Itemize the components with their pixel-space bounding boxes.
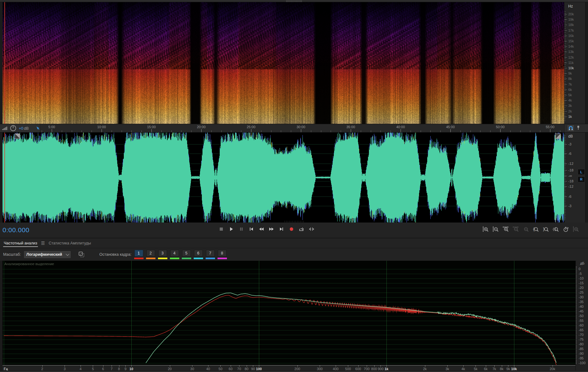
zoom-in-at-in-point-button[interactable]: { (531, 225, 540, 233)
zoom-in-time-button[interactable] (501, 225, 510, 233)
gain-value[interactable]: +0 (19, 126, 23, 131)
frequency-analysis-chart: Анализированное выделение Гц 23456789102… (0, 261, 588, 372)
ruler-tick (112, 130, 112, 132)
reset-amplitude-zoom-button[interactable] (571, 225, 580, 233)
view-split-grabber-left[interactable] (15, 134, 20, 139)
pause-button[interactable] (237, 225, 245, 233)
x-axis-tick (208, 365, 208, 367)
frequency-scale[interactable]: Hz 20k19k18k17k16k15k14k13k12k11k10k9k8k… (564, 2, 588, 124)
freq-scale-label: 6k (568, 88, 572, 92)
playhead-line[interactable] (4, 133, 5, 223)
zoom-out-time-button[interactable] (511, 225, 520, 233)
fast-forward-button[interactable] (267, 225, 276, 233)
amplitude-scale-label: -3 (568, 204, 571, 208)
view-split-grabber-right[interactable] (555, 134, 561, 139)
auto-scroll-pin-icon[interactable] (35, 125, 41, 131)
spectrogram-display[interactable] (3, 2, 564, 124)
y-axis-label: -30 (579, 295, 584, 299)
record-button[interactable] (287, 225, 296, 233)
ruler-tick (62, 130, 62, 132)
frequency-scale-unit: Hz (568, 4, 573, 8)
timeline-left-controls: +0dB (0, 124, 40, 132)
x-axis-tick (514, 365, 514, 367)
waveform-scrollbar[interactable] (585, 133, 588, 223)
chart-plot-area[interactable]: Анализированное выделение (3, 261, 575, 365)
panel-menu-icon[interactable]: ☰ (41, 241, 45, 246)
ruler-pin-icon[interactable] (576, 125, 580, 131)
zoom-in-at-out-point-button[interactable]: } (541, 225, 550, 233)
ruler-time-label: 55:00 (546, 125, 554, 129)
ruler-tick (231, 130, 231, 132)
ruler-tick (201, 129, 202, 132)
x-axis-tick (386, 365, 387, 367)
ruler-tick (440, 130, 441, 132)
channel-toggle-r[interactable]: R (578, 176, 585, 182)
ruler-tick (72, 130, 72, 132)
svg-text:{: { (533, 227, 535, 232)
frame-hold-button-6[interactable]: 6 (194, 250, 203, 259)
snap-toggle[interactable] (567, 125, 575, 132)
chart-canvas[interactable] (3, 261, 575, 365)
x-axis-tick (425, 365, 425, 367)
panel-divider-dots-icon[interactable] (284, 221, 304, 222)
stop-button[interactable] (217, 225, 225, 233)
magnet-icon (568, 126, 574, 131)
frame-hold-button-3[interactable]: 3 (158, 250, 167, 259)
tab-frequency-analysis[interactable]: Частотный анализ (3, 239, 38, 247)
x-axis-tick (358, 365, 359, 367)
zoom-out-full-button[interactable] (521, 225, 530, 233)
frame-hold-button-1[interactable]: 1 (134, 250, 144, 259)
tab-amplitude-statistics[interactable]: Статистика Амплитуды (48, 239, 92, 247)
scale-dropdown[interactable]: Логарифмический (24, 251, 71, 259)
zoom-to-playhead-button[interactable] (561, 225, 570, 233)
frame-hold-button-4[interactable]: 4 (170, 250, 179, 259)
rewind-button[interactable] (257, 225, 265, 233)
ruler-tick (211, 130, 212, 132)
copy-graph-icon[interactable] (78, 251, 85, 258)
x-axis-tick (125, 365, 126, 367)
x-axis-tick (463, 365, 464, 367)
levels-icon[interactable] (2, 126, 8, 130)
playhead-line[interactable] (4, 2, 5, 124)
ruler-tick (261, 130, 261, 132)
play-button[interactable] (227, 225, 235, 233)
zoom-out-amplitude-button[interactable] (491, 225, 500, 233)
skip-to-end-button[interactable] (277, 225, 286, 233)
clock-icon[interactable] (10, 125, 17, 132)
svg-text:{}: {} (553, 227, 557, 231)
y-axis-label: -25 (579, 291, 584, 294)
channel-toggle-l[interactable]: L (578, 169, 585, 175)
skip-selection-button[interactable] (307, 225, 316, 233)
y-axis-label: -80 (579, 342, 584, 346)
frame-hold-button-7[interactable]: 7 (206, 250, 215, 259)
amplitude-scale-label: -12 (568, 185, 574, 188)
ruler-tick (241, 130, 241, 132)
waveform-display[interactable] (3, 133, 564, 223)
frequency-axis: Гц 2345678910203040506070809010020030040… (3, 365, 575, 371)
frame-hold-button-2[interactable]: 2 (146, 250, 155, 259)
skip-to-start-button[interactable] (247, 225, 255, 233)
freq-scale-label: 19k (568, 18, 574, 21)
zoom-to-selection-button[interactable]: {} (551, 225, 560, 233)
ruler-tick (460, 130, 461, 132)
frame-hold-button-5[interactable]: 5 (182, 250, 191, 259)
spectrogram-scrollbar[interactable] (585, 2, 588, 124)
x-axis-tick (259, 365, 259, 367)
panel-bottom-edge (0, 370, 588, 372)
amplitude-scale[interactable]: dB -3-6-12-18-∞-18-12-6-3 LR (564, 133, 588, 223)
freq-scale-label: 1k (568, 115, 572, 118)
panel-drag-handle[interactable] (0, 0, 588, 2)
x-axis-tick (508, 365, 508, 367)
time-display[interactable]: 0:00.000 (3, 226, 29, 234)
freq-scale-label: 13k (568, 50, 574, 54)
timeline-bar: +0dB 5:0010:0015:0020:0025:0030:0035:004… (0, 124, 588, 133)
ruler-tick (102, 129, 102, 132)
ruler-tick (181, 130, 181, 132)
zoom-in-amplitude-button[interactable] (481, 225, 490, 233)
frame-hold-button-8[interactable]: 8 (218, 250, 227, 259)
time-ruler[interactable]: 5:0010:0015:0020:0025:0030:0035:0040:004… (40, 124, 564, 132)
amplitude-scale-unit: dB (568, 134, 573, 139)
y-axis-label: -5 (579, 272, 582, 275)
ruler-tick (430, 130, 431, 132)
loop-playback-button[interactable] (297, 225, 306, 233)
